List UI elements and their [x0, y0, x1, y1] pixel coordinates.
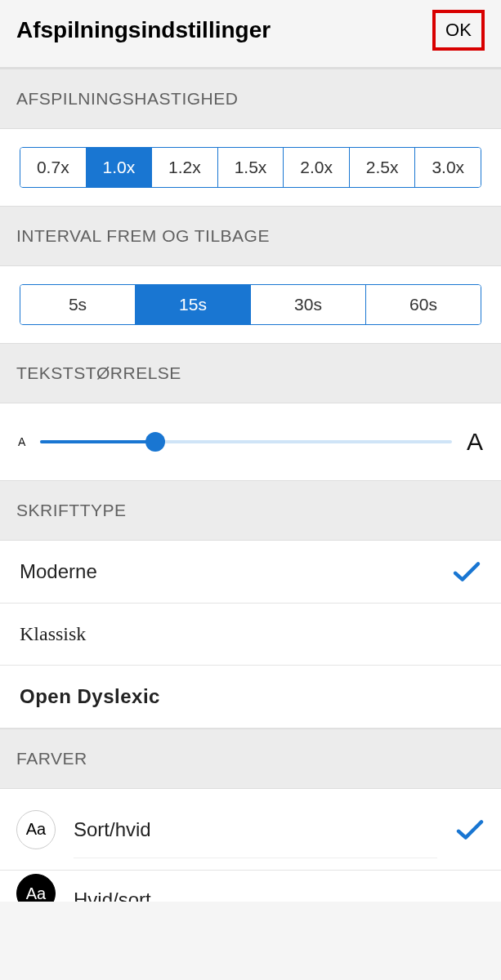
- speed-option[interactable]: 2.0x: [284, 148, 350, 187]
- section-heading-speed: AFSPILNINGSHASTIGHED: [0, 69, 501, 129]
- speed-option[interactable]: 1.5x: [218, 148, 284, 187]
- color-option-label: Hvid/sort: [74, 874, 151, 902]
- textsize-min-label: A: [18, 435, 25, 448]
- font-list: ModerneKlassiskOpen Dyslexic: [0, 541, 501, 728]
- font-option-label: Open Dyslexic: [20, 685, 160, 708]
- speed-option[interactable]: 2.5x: [350, 148, 416, 187]
- font-option[interactable]: Open Dyslexic: [0, 666, 501, 728]
- interval-option[interactable]: 15s: [136, 285, 251, 324]
- interval-segment: 5s15s30s60s: [20, 284, 481, 325]
- section-heading-colors: FARVER: [0, 728, 501, 789]
- color-option[interactable]: AaSort/hvid: [0, 789, 501, 871]
- font-option[interactable]: Moderne: [0, 541, 501, 604]
- textsize-slider-row: A A: [0, 403, 501, 480]
- section-heading-interval: INTERVAL FREM OG TILBAGE: [0, 206, 501, 266]
- slider-thumb[interactable]: [145, 432, 165, 452]
- font-option-label: Moderne: [20, 560, 97, 583]
- font-option[interactable]: Klassisk: [0, 604, 501, 666]
- speed-option[interactable]: 0.7x: [20, 148, 87, 187]
- font-option-label: Klassisk: [20, 623, 86, 645]
- color-swatch: Aa: [16, 810, 56, 849]
- color-option[interactable]: AaHvid/sort: [0, 871, 501, 902]
- interval-segment-wrap: 5s15s30s60s: [0, 266, 501, 343]
- check-icon: [455, 818, 485, 841]
- ok-button[interactable]: OK: [432, 10, 485, 51]
- speed-option[interactable]: 1.0x: [87, 148, 153, 187]
- speed-option[interactable]: 1.2x: [152, 148, 218, 187]
- slider-fill: [40, 440, 155, 443]
- section-heading-textsize: TEKSTSTØRRELSE: [0, 343, 501, 403]
- interval-option[interactable]: 5s: [20, 285, 136, 324]
- check-icon: [452, 560, 481, 583]
- page-title: Afspilningsindstillinger: [16, 17, 271, 43]
- textsize-max-label: A: [467, 428, 483, 456]
- speed-option[interactable]: 3.0x: [415, 148, 481, 187]
- speed-segment: 0.7x1.0x1.2x1.5x2.0x2.5x3.0x: [20, 147, 481, 188]
- section-heading-fonttype: SKRIFTTYPE: [0, 480, 501, 541]
- color-swatch: Aa: [16, 874, 56, 902]
- interval-option[interactable]: 60s: [366, 285, 481, 324]
- color-list: AaSort/hvidAaHvid/sort: [0, 789, 501, 902]
- color-option-label: Sort/hvid: [74, 800, 437, 858]
- header: Afspilningsindstillinger OK: [0, 0, 501, 69]
- textsize-slider[interactable]: [40, 432, 452, 452]
- interval-option[interactable]: 30s: [251, 285, 366, 324]
- speed-segment-wrap: 0.7x1.0x1.2x1.5x2.0x2.5x3.0x: [0, 129, 501, 206]
